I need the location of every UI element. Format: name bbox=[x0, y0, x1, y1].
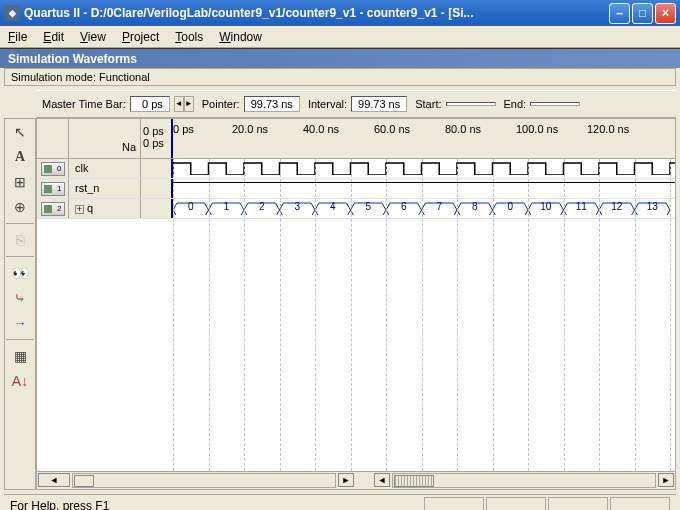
signal-name-header: Na bbox=[69, 119, 141, 158]
signal-row-clk[interactable]: 0clk bbox=[37, 159, 675, 179]
text-tool-icon[interactable]: A bbox=[8, 146, 32, 168]
signal-row-rst_n[interactable]: 1rst_n bbox=[37, 179, 675, 199]
separator bbox=[6, 339, 34, 340]
pointer-tool-icon[interactable]: ↖ bbox=[8, 121, 32, 143]
horizontal-scrollbar[interactable]: ◄ ► ◄ ► bbox=[37, 471, 675, 489]
time-tick-label: 100.0 ns bbox=[516, 123, 558, 135]
signal-type-icon: 2 bbox=[41, 202, 65, 216]
end-label: End: bbox=[504, 98, 527, 110]
separator bbox=[6, 256, 34, 257]
bus-value-label: 12 bbox=[605, 201, 629, 212]
bus-value-label: 2 bbox=[250, 201, 274, 212]
time-tick-label: 40.0 ns bbox=[303, 123, 339, 135]
time-tick-label: 120.0 ns bbox=[587, 123, 629, 135]
bus-value-label: 8 bbox=[463, 201, 487, 212]
scroll-left-button[interactable]: ◄ bbox=[38, 473, 70, 487]
time-tick-label: 0 ps bbox=[173, 123, 194, 135]
separator bbox=[6, 223, 34, 224]
signal-row-q[interactable]: 2+q012345678010111213 bbox=[37, 199, 675, 219]
time-tick-label: 60.0 ns bbox=[374, 123, 410, 135]
bus-value-label: 5 bbox=[357, 201, 381, 212]
group-icon[interactable]: ▦ bbox=[8, 345, 32, 367]
waveform-area: Na 0 ps 0 ps 0 ps20.0 ns40.0 ns60.0 ns80… bbox=[36, 118, 676, 490]
time-tick-label: 20.0 ns bbox=[232, 123, 268, 135]
window-title: Quartus II - D:/0Clare/VerilogLab/counte… bbox=[24, 6, 609, 20]
signal-type-icon: 1 bbox=[41, 182, 65, 196]
cursor-value-header: 0 ps 0 ps bbox=[141, 119, 173, 158]
menu-tools[interactable]: Tools bbox=[175, 30, 203, 44]
end-value[interactable] bbox=[530, 102, 580, 106]
zoom-in-icon[interactable]: ⊕ bbox=[8, 196, 32, 218]
minimize-button[interactable]: – bbox=[609, 3, 630, 24]
interval-value: 99.73 ns bbox=[351, 96, 407, 112]
signal-name-label: clk bbox=[75, 162, 88, 174]
waveform-clk[interactable] bbox=[173, 159, 675, 178]
menu-view[interactable]: View bbox=[80, 30, 106, 44]
bus-value-label: 0 bbox=[179, 201, 203, 212]
time-tick-label: 80.0 ns bbox=[445, 123, 481, 135]
signal-index-header bbox=[37, 119, 69, 158]
start-label: Start: bbox=[415, 98, 441, 110]
time-toolbar: Master Time Bar: 0 ps ◄ ► Pointer: 99.73… bbox=[36, 90, 676, 118]
status-text: For Help, press F1 bbox=[10, 499, 109, 511]
status-bar: For Help, press F1 bbox=[4, 494, 676, 510]
status-pane bbox=[424, 497, 484, 511]
next-transition-icon[interactable]: → bbox=[8, 312, 32, 334]
bus-value-label: 4 bbox=[321, 201, 345, 212]
pointer-label: Pointer: bbox=[202, 98, 240, 110]
status-pane bbox=[610, 497, 670, 511]
time-ruler[interactable]: 0 ps20.0 ns40.0 ns60.0 ns80.0 ns100.0 ns… bbox=[173, 119, 675, 158]
status-pane bbox=[548, 497, 608, 511]
bus-value-label: 3 bbox=[286, 201, 310, 212]
bus-value-label: 10 bbox=[534, 201, 558, 212]
waveform-rst_n[interactable] bbox=[173, 179, 675, 198]
bus-value-label: 0 bbox=[499, 201, 523, 212]
waveform-q[interactable]: 012345678010111213 bbox=[173, 199, 675, 218]
menu-project[interactable]: Project bbox=[122, 30, 159, 44]
expand-icon[interactable]: + bbox=[75, 205, 84, 214]
master-time-label: Master Time Bar: bbox=[42, 98, 126, 110]
maximize-button[interactable]: □ bbox=[632, 3, 653, 24]
wave-scroll-right-button[interactable]: ► bbox=[658, 473, 674, 487]
close-button[interactable]: × bbox=[655, 3, 676, 24]
app-icon: ◆ bbox=[4, 5, 20, 21]
menu-edit[interactable]: Edit bbox=[43, 30, 64, 44]
master-time-value[interactable]: 0 ps bbox=[130, 96, 170, 112]
signal-type-icon: 0 bbox=[41, 162, 65, 176]
sort-icon[interactable]: A↓ bbox=[8, 370, 32, 392]
menu-file[interactable]: File bbox=[8, 30, 27, 44]
start-value[interactable] bbox=[446, 102, 496, 106]
zoom-fit-icon[interactable]: ⊞ bbox=[8, 171, 32, 193]
signal-name-label: rst_n bbox=[75, 182, 99, 194]
panel-title: Simulation Waveforms bbox=[0, 48, 680, 68]
wave-scroll-left-button[interactable]: ◄ bbox=[374, 473, 390, 487]
menu-bar: File Edit View Project Tools Window bbox=[0, 26, 680, 48]
interval-label: Interval: bbox=[308, 98, 347, 110]
title-bar: ◆ Quartus II - D:/0Clare/VerilogLab/coun… bbox=[0, 0, 680, 26]
bus-value-label: 13 bbox=[641, 201, 665, 212]
time-next-button[interactable]: ► bbox=[184, 96, 194, 112]
status-pane bbox=[486, 497, 546, 511]
scroll-right-button[interactable]: ► bbox=[338, 473, 354, 487]
bus-value-label: 6 bbox=[392, 201, 416, 212]
left-toolbar: ↖ A ⊞ ⊕ ⎘ 👀 ⤷ → ▦ A↓ bbox=[4, 118, 36, 490]
copy-icon[interactable]: ⎘ bbox=[8, 229, 32, 251]
menu-window[interactable]: Window bbox=[219, 30, 262, 44]
simulation-mode-label: Simulation mode: Functional bbox=[4, 68, 676, 86]
bus-value-label: 1 bbox=[215, 201, 239, 212]
pointer-value: 99.73 ns bbox=[244, 96, 300, 112]
bus-value-label: 11 bbox=[570, 201, 594, 212]
find-icon[interactable]: 👀 bbox=[8, 262, 32, 284]
time-prev-button[interactable]: ◄ bbox=[174, 96, 184, 112]
signal-name-label: q bbox=[87, 202, 93, 214]
branch-icon[interactable]: ⤷ bbox=[8, 287, 32, 309]
bus-value-label: 7 bbox=[428, 201, 452, 212]
